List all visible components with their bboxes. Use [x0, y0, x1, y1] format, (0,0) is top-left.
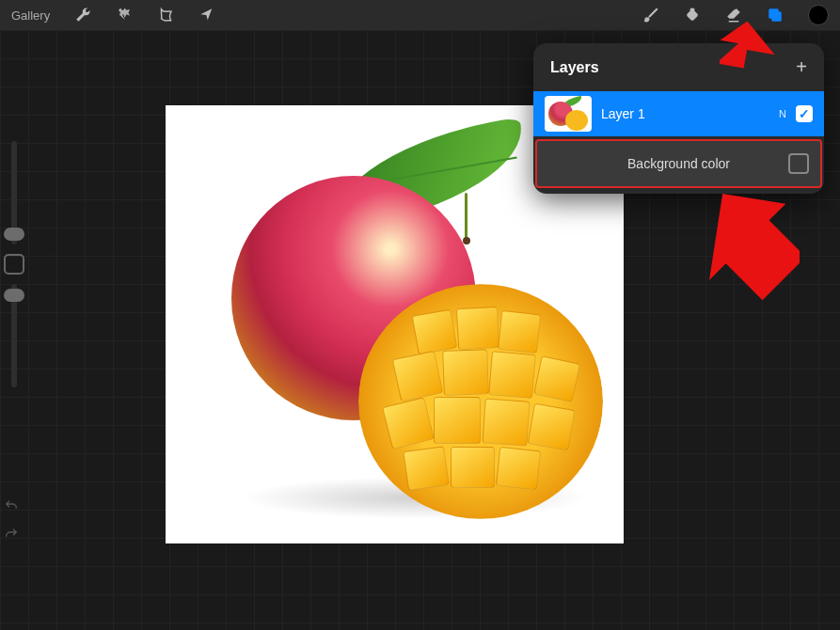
background-layer-row[interactable]: Background color ✓ — [535, 139, 822, 188]
layers-icon[interactable] — [767, 7, 784, 24]
layer-name: Layer 1 — [601, 106, 769, 121]
smudge-icon[interactable] — [684, 7, 701, 24]
side-sliders — [2, 141, 26, 387]
layers-panel: Layers + Layer 1 N ✓ Background color ✓ — [533, 43, 824, 194]
toolbar: Gallery — [0, 0, 840, 30]
blend-mode-label[interactable]: N — [779, 108, 786, 119]
adjust-icon[interactable] — [116, 7, 133, 24]
visibility-checkbox[interactable]: ✓ — [796, 105, 813, 122]
panel-title: Layers — [550, 59, 599, 76]
brush-size-slider[interactable] — [11, 141, 17, 244]
layer-thumbnail — [545, 96, 592, 132]
wrench-icon[interactable] — [74, 7, 91, 24]
gallery-button[interactable]: Gallery — [11, 8, 50, 23]
svg-rect-1 — [771, 11, 782, 22]
color-swatch[interactable] — [808, 5, 829, 25]
redo-icon[interactable] — [4, 527, 19, 545]
brush-icon[interactable] — [642, 7, 659, 24]
add-layer-icon[interactable]: + — [796, 56, 807, 78]
selection-icon[interactable] — [157, 7, 174, 24]
modifier-button[interactable] — [4, 254, 24, 275]
layer-row[interactable]: Layer 1 N ✓ — [533, 91, 824, 136]
visibility-checkbox[interactable]: ✓ — [788, 153, 809, 174]
undo-icon[interactable] — [4, 498, 19, 517]
eraser-icon[interactable] — [725, 7, 742, 24]
transform-icon[interactable] — [198, 7, 215, 24]
opacity-slider[interactable] — [11, 284, 17, 387]
layer-name: Background color — [627, 156, 730, 171]
